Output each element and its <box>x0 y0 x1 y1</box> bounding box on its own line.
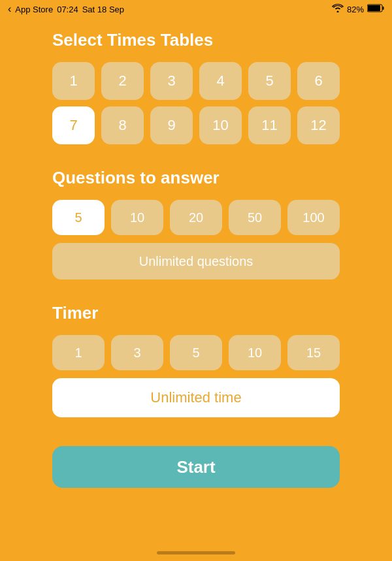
times-tables-section: Select Times Tables 1 2 3 4 5 6 7 8 9 10… <box>52 30 340 144</box>
questions-section: Questions to answer 5 10 20 50 100 Unlim… <box>52 168 340 280</box>
battery-label: 82% <box>347 5 364 14</box>
svg-rect-2 <box>383 7 384 10</box>
status-bar: ‹ App Store 07:24 Sat 18 Sep 82% <box>0 0 392 18</box>
tt-btn-10[interactable]: 10 <box>199 106 242 144</box>
start-button[interactable]: Start <box>52 446 340 488</box>
t-btn-3[interactable]: 3 <box>111 335 163 370</box>
battery-icon <box>367 4 384 14</box>
tt-btn-8[interactable]: 8 <box>101 106 144 144</box>
times-tables-grid: 1 2 3 4 5 6 7 8 9 10 11 12 <box>52 62 340 144</box>
q-btn-50[interactable]: 50 <box>229 200 281 235</box>
date-label: Sat 18 Sep <box>82 5 124 14</box>
t-btn-1[interactable]: 1 <box>52 335 105 370</box>
tt-btn-2[interactable]: 2 <box>101 62 144 100</box>
q-btn-100[interactable]: 100 <box>287 200 340 235</box>
tt-btn-4[interactable]: 4 <box>199 62 242 100</box>
main-content: Select Times Tables 1 2 3 4 5 6 7 8 9 10… <box>0 18 392 514</box>
t-btn-15[interactable]: 15 <box>287 335 340 370</box>
unlimited-questions-button[interactable]: Unlimited questions <box>52 243 340 280</box>
tt-btn-11[interactable]: 11 <box>248 106 291 144</box>
questions-row: 5 10 20 50 100 <box>52 200 340 235</box>
home-indicator <box>157 551 235 554</box>
q-btn-10[interactable]: 10 <box>111 200 163 235</box>
t-btn-5[interactable]: 5 <box>170 335 222 370</box>
svg-rect-1 <box>368 5 380 11</box>
tt-btn-1[interactable]: 1 <box>52 62 95 100</box>
timer-row: 1 3 5 10 15 <box>52 335 340 370</box>
tt-btn-7[interactable]: 7 <box>52 106 95 144</box>
q-btn-5[interactable]: 5 <box>52 200 105 235</box>
tt-btn-9[interactable]: 9 <box>150 106 193 144</box>
unlimited-time-button[interactable]: Unlimited time <box>52 378 340 417</box>
back-arrow-icon[interactable]: ‹ <box>8 3 11 15</box>
tt-btn-5[interactable]: 5 <box>248 62 291 100</box>
t-btn-10[interactable]: 10 <box>229 335 281 370</box>
tt-btn-3[interactable]: 3 <box>150 62 193 100</box>
timer-section: Timer 1 3 5 10 15 Unlimited time <box>52 303 340 417</box>
time-label: 07:24 <box>57 5 78 14</box>
timer-title: Timer <box>52 303 340 323</box>
app-store-label: App Store <box>15 5 53 14</box>
questions-title: Questions to answer <box>52 168 340 188</box>
tt-btn-6[interactable]: 6 <box>297 62 340 100</box>
q-btn-20[interactable]: 20 <box>170 200 222 235</box>
times-tables-title: Select Times Tables <box>52 30 340 50</box>
tt-btn-12[interactable]: 12 <box>297 106 340 144</box>
wifi-icon <box>332 4 344 14</box>
